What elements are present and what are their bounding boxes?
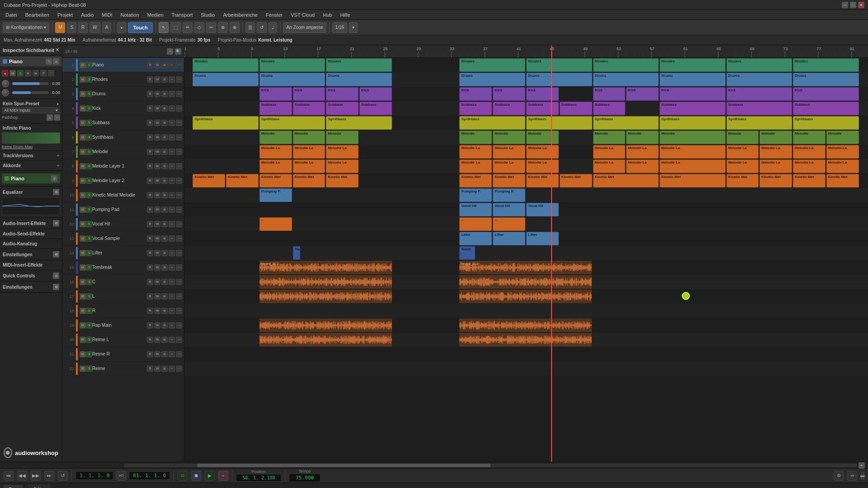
audio-clip[interactable]: Drums <box>526 73 592 86</box>
hscroll-right-btn[interactable]: ▸ <box>859 462 865 469</box>
audio-clip[interactable]: Kinetic Met <box>326 174 359 188</box>
track-ctrl-btn[interactable]: W <box>154 206 160 213</box>
track-ctrl-btn[interactable]: ⊘ <box>161 250 168 256</box>
arrange-row[interactable]: Vocal HitVocal HitVocal Hit <box>184 202 868 217</box>
audio-clip[interactable]: Synthbass <box>193 116 259 130</box>
track-row[interactable]: 16MSCRW⊘↔⋯ <box>62 275 184 289</box>
track-ctrl-btn[interactable]: ⊘ <box>161 149 168 155</box>
track-row[interactable]: 7MSMelodieRW⊘↔⋯ <box>62 145 184 159</box>
mute-button[interactable]: M <box>80 91 86 97</box>
solo-button[interactable]: S <box>86 351 92 357</box>
audio-insert-settings[interactable]: ⚙ <box>53 220 59 226</box>
track-ctrl-btn[interactable]: ⊘ <box>161 235 168 242</box>
track-row[interactable]: 8MSMelodie Layer 1RW⊘↔⋯ <box>62 159 184 174</box>
track-ctrl-btn[interactable]: R <box>147 221 153 227</box>
audio-clip[interactable]: Melodie La <box>760 160 792 173</box>
audio-clip[interactable]: Kinetic Met <box>293 174 326 188</box>
arrange-row[interactable]: DrumsDrumsDrumsDrumsDrumsDrumsDrumsDrums… <box>184 72 868 87</box>
audio-clip[interactable]: Rhodes <box>459 58 525 72</box>
audio-clip[interactable]: Melodie La <box>793 160 826 173</box>
arrange-row[interactable]: MelodieMelodieMelodieMelodieMelodieMelod… <box>184 130 868 145</box>
arrange-row[interactable]: SynthbassSynthbassSynthbassSynthbassSynt… <box>184 116 868 130</box>
audio-clip[interactable]: Melodie La <box>660 145 726 159</box>
audio-clip[interactable]: Rhodes <box>726 58 793 72</box>
audio-clip[interactable]: Melodie La <box>726 160 759 173</box>
settings-2-header[interactable]: Einstellungen ⚙ <box>2 283 60 291</box>
track-ctrl-btn[interactable]: W <box>154 120 160 126</box>
track-ctrl-btn[interactable]: ⊘ <box>161 308 168 314</box>
menu-item-medien[interactable]: Medien <box>144 11 167 19</box>
mute-button[interactable]: M <box>80 351 86 357</box>
audio-clip[interactable]: Melodie <box>526 131 559 144</box>
arrange-row[interactable]: RhodesRhodesRhodesRhodesRhodesRhodesRhod… <box>184 58 868 72</box>
audio-clip[interactable]: Subbass <box>560 102 592 115</box>
track-ctrl-btn[interactable]: R <box>147 149 153 155</box>
track-ctrl-btn[interactable]: W <box>154 163 160 169</box>
erase-tool[interactable]: ◇ <box>194 22 204 33</box>
audio-clip[interactable]: Melodie <box>793 131 826 144</box>
audio-clip[interactable]: Rhodes <box>326 58 392 72</box>
audio-clip[interactable]: Melodie La <box>826 145 859 159</box>
solo-button[interactable]: S <box>86 206 92 213</box>
audio-clip[interactable]: Melodie La <box>660 160 726 173</box>
menu-item-studio[interactable]: Studio <box>197 11 218 19</box>
inspector-close-icon[interactable]: ✕ <box>55 47 59 53</box>
track-ctrl-btn[interactable]: ↔ <box>169 308 175 314</box>
menu-item-transport[interactable]: Transport <box>168 11 197 19</box>
infinite-piano-header[interactable]: Infinite Piano <box>2 125 60 131</box>
audio-clip[interactable]: Kinetic Met <box>226 174 259 188</box>
track-ctrl-btn[interactable]: W <box>154 322 160 328</box>
add-track-btn[interactable]: + <box>167 48 173 55</box>
audio-clip[interactable]: Kick <box>726 87 793 101</box>
audio-clip[interactable]: Kinetic Met <box>793 174 826 188</box>
arrange-row[interactable] <box>184 361 868 376</box>
track-ctrl-btn[interactable]: ⊘ <box>161 105 168 112</box>
solo-button[interactable]: S <box>86 192 92 198</box>
track-ctrl-btn[interactable]: R <box>147 322 153 328</box>
track-row[interactable]: 9MSMelodie Layer 2RW⊘↔⋯ <box>62 174 184 188</box>
audio-clip[interactable]: Tomb <box>293 246 300 260</box>
audio-clip[interactable]: Kinetic Met <box>560 174 592 188</box>
track-ctrl-btn[interactable]: W <box>154 149 160 155</box>
track-ctrl-btn[interactable]: W <box>154 351 160 357</box>
audio-clip[interactable]: Lifter <box>493 232 525 245</box>
track-ctrl-btn[interactable]: ⋯ <box>176 308 182 314</box>
mute-button[interactable]: M <box>80 293 86 300</box>
tool-icon-1[interactable]: ⬧ <box>117 22 126 33</box>
audio-clip[interactable]: Kick <box>293 87 326 101</box>
track-ctrl-btn[interactable]: ↔ <box>169 235 175 242</box>
audio-clip[interactable] <box>259 261 392 274</box>
track-ctrl-btn[interactable]: ⊘ <box>161 264 168 271</box>
equalizer-header[interactable]: Equalizer ⚙ <box>2 188 60 196</box>
fast-forward-btn[interactable]: ▶▶ <box>31 471 41 481</box>
insp-write-btn[interactable]: W <box>33 70 39 76</box>
track-ctrl-btn[interactable]: ⋯ <box>176 134 182 141</box>
rec-btn[interactable]: ● <box>218 471 228 481</box>
mute-button[interactable]: M <box>80 163 86 169</box>
tempo-display[interactable]: 50. 1. 2.108 <box>236 474 281 482</box>
minimize-button[interactable]: ─ <box>842 2 848 8</box>
audio-clip[interactable]: Melodie La <box>293 160 326 173</box>
mode-w[interactable]: W <box>90 22 100 33</box>
track-ctrl-btn[interactable]: ⊘ <box>161 120 168 126</box>
track-row[interactable]: 1MSPianoRW⊘↔⋯ <box>62 58 184 72</box>
mute-button[interactable]: M <box>80 279 86 285</box>
track-ctrl-btn[interactable]: R <box>147 192 153 198</box>
range-tool[interactable]: ⬚ <box>170 22 181 33</box>
audio-clip[interactable]: Melodie <box>726 131 759 144</box>
audio-clip[interactable]: Melodie La <box>493 160 525 173</box>
status-tab-editor[interactable]: Editor <box>28 485 50 488</box>
audio-clip[interactable] <box>259 333 392 347</box>
track-row[interactable]: 21MSReime RRW⊘↔⋯ <box>62 347 184 361</box>
track-ctrl-btn[interactable]: ↔ <box>169 91 175 97</box>
audio-clip[interactable]: Rhodes <box>793 58 859 72</box>
solo-button[interactable]: S <box>86 134 92 141</box>
track-ctrl-btn[interactable]: ⊘ <box>161 337 168 343</box>
track-ctrl-btn[interactable]: ⊘ <box>161 76 168 83</box>
track-row[interactable]: 4MSKickRW⊘↔⋯ <box>62 101 184 116</box>
audio-clip[interactable]: Synthbass <box>726 116 793 130</box>
track-versions-header[interactable]: TrackVersions + <box>2 152 60 159</box>
track-ctrl-btn[interactable]: ↔ <box>169 134 175 141</box>
arrange-row[interactable]: Melodie LaMelodie LaMelodie LaMelodie La… <box>184 145 868 159</box>
track-ctrl-btn[interactable]: R <box>147 250 153 256</box>
